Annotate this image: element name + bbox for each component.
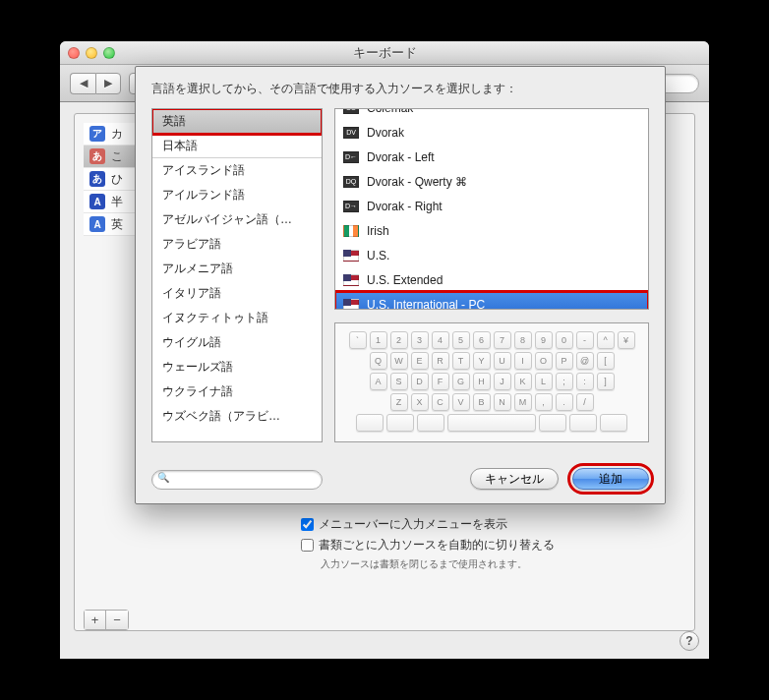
key: [ [597, 352, 615, 370]
forward-button[interactable]: ▶ [95, 73, 121, 94]
key: , [535, 393, 553, 411]
key [386, 414, 414, 432]
flag-icon [343, 250, 359, 262]
sheet-instruction: 言語を選択してから、その言語で使用する入力ソースを選択します： [151, 81, 649, 97]
input-mode-icon: ア [89, 126, 105, 142]
key: C [432, 393, 449, 411]
flag-icon: DQ [343, 176, 359, 188]
key [539, 414, 566, 432]
input-source-item[interactable]: D←Dvorak - Left [335, 145, 648, 169]
add-input-source-sheet: 言語を選択してから、その言語で使用する入力ソースを選択します： 英語日本語アイス… [135, 66, 666, 504]
key [569, 414, 597, 432]
key: ] [597, 373, 615, 390]
key: W [390, 352, 408, 370]
add-button[interactable]: 追加 [572, 468, 649, 490]
flag-icon [343, 225, 359, 237]
show-input-menu-checkbox[interactable]: メニューバーに入力メニューを表示 [301, 516, 555, 533]
key [417, 414, 444, 432]
key: V [452, 393, 470, 411]
remove-button[interactable]: − [106, 611, 128, 629]
key: ` [349, 331, 367, 349]
flag-icon: CO [343, 108, 359, 114]
flag-icon: D← [343, 151, 359, 163]
key [356, 414, 384, 432]
key: Y [473, 352, 491, 370]
key: 4 [432, 331, 449, 349]
sheet-search-input[interactable] [151, 470, 323, 490]
key: 0 [556, 331, 573, 349]
add-button[interactable]: + [85, 611, 106, 629]
language-item[interactable]: 日本語 [152, 134, 322, 158]
language-item[interactable]: ウェールズ語 [152, 355, 322, 379]
input-source-list-sheet[interactable]: COColemakDVDvorakD←Dvorak - LeftDQDvorak… [334, 108, 649, 310]
input-source-item[interactable]: DQDvorak - Qwerty ⌘ [335, 169, 648, 194]
checkbox-1[interactable] [301, 518, 314, 531]
checkbox-2[interactable] [301, 539, 314, 552]
auto-switch-checkbox[interactable]: 書類ごとに入力ソースを自動的に切り替える [301, 537, 555, 554]
key: L [535, 373, 553, 390]
sheet-buttons: キャンセル 追加 [470, 468, 649, 490]
key: ; [556, 373, 573, 390]
input-source-item[interactable]: U.S. International - PC [335, 292, 648, 310]
input-source-item[interactable]: DVDvorak [335, 120, 648, 145]
language-item[interactable]: ウクライナ語 [152, 379, 322, 404]
key: 2 [390, 331, 408, 349]
options-note: 入力ソースは書類を閉じるまで使用されます。 [321, 557, 555, 571]
input-source-item[interactable]: U.S. [335, 243, 648, 267]
language-item[interactable]: イヌクティトゥト語 [152, 306, 322, 330]
input-mode-icon: あ [89, 171, 105, 187]
key: G [452, 373, 470, 390]
input-mode-icon: A [89, 194, 105, 209]
key: : [576, 373, 594, 390]
nav-buttons: ◀ ▶ [70, 73, 121, 94]
key: J [494, 373, 511, 390]
flag-icon [343, 299, 359, 311]
key: A [370, 373, 387, 390]
input-mode-icon: A [89, 216, 105, 232]
preferences-window: キーボード ◀ ▶ すべてを表示 アカあこあひA半A英 + − メニューバーに入… [60, 41, 709, 659]
key: B [473, 393, 491, 411]
key: 3 [411, 331, 429, 349]
key: H [473, 373, 491, 390]
language-item[interactable]: アラビア語 [152, 232, 322, 257]
key: R [432, 352, 449, 370]
help-button[interactable]: ? [680, 631, 699, 651]
key: M [514, 393, 532, 411]
key [600, 414, 627, 432]
language-item[interactable]: 英語 [152, 109, 322, 134]
language-item[interactable]: ウイグル語 [152, 330, 322, 355]
key: P [556, 352, 573, 370]
language-item[interactable]: アルメニア語 [152, 257, 322, 281]
keyboard-preview: `1234567890-^¥QWERTYUIOP@[ASDFGHJKL;:]ZX… [334, 322, 649, 442]
add-remove-controls: + − [84, 610, 129, 630]
input-source-item[interactable]: Irish [335, 218, 648, 243]
options-checkboxes: メニューバーに入力メニューを表示 書類ごとに入力ソースを自動的に切り替える 入力… [301, 516, 555, 571]
key: - [576, 331, 594, 349]
input-source-item[interactable]: COColemak [335, 108, 648, 120]
input-source-item[interactable]: U.S. Extended [335, 267, 648, 292]
key: / [576, 393, 594, 411]
language-item[interactable]: アイスランド語 [152, 158, 322, 183]
input-mode-icon: あ [89, 148, 105, 164]
key: O [535, 352, 553, 370]
flag-icon [343, 274, 359, 286]
cancel-button[interactable]: キャンセル [470, 468, 559, 490]
key: @ [576, 352, 594, 370]
back-button[interactable]: ◀ [70, 73, 95, 94]
input-source-item[interactable]: D→Dvorak - Right [335, 194, 648, 218]
language-item[interactable]: イタリア語 [152, 281, 322, 306]
flag-icon: D→ [343, 201, 359, 212]
key [447, 414, 536, 432]
language-item[interactable]: ウズベク語（アラビ… [152, 404, 322, 429]
key: T [452, 352, 470, 370]
key: 7 [494, 331, 511, 349]
flag-icon: DV [343, 127, 359, 139]
key: 1 [370, 331, 387, 349]
language-list[interactable]: 英語日本語アイスランド語アイルランド語アゼルバイジャン語（…アラビア語アルメニア… [151, 108, 323, 442]
key: Q [370, 352, 387, 370]
key: E [411, 352, 429, 370]
language-item[interactable]: アゼルバイジャン語（… [152, 207, 322, 232]
language-item[interactable]: アイルランド語 [152, 183, 322, 207]
window-title: キーボード [60, 44, 709, 62]
key: S [390, 373, 408, 390]
